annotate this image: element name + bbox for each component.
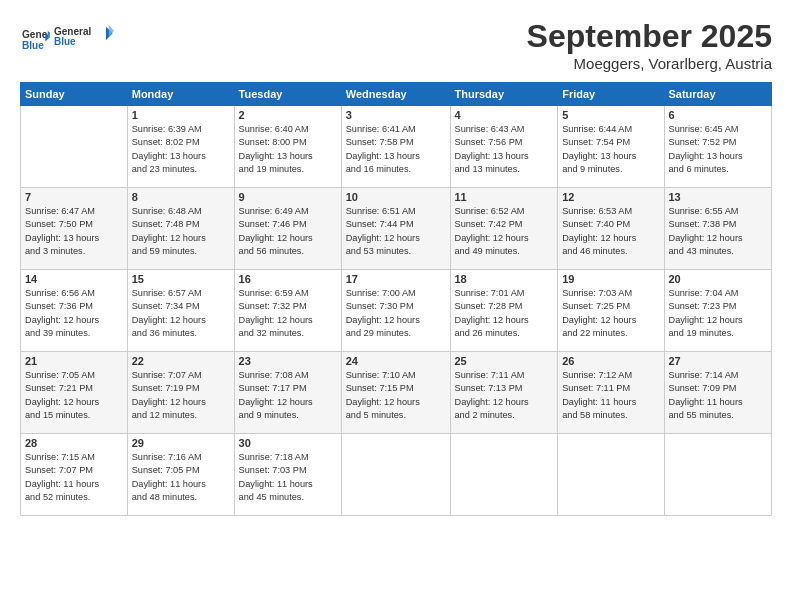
calendar-cell	[450, 434, 558, 516]
calendar-cell: 10Sunrise: 6:51 AMSunset: 7:44 PMDayligh…	[341, 188, 450, 270]
calendar-cell	[664, 434, 772, 516]
cell-info: Sunrise: 6:45 AMSunset: 7:52 PMDaylight:…	[669, 123, 768, 176]
week-row-1: 1Sunrise: 6:39 AMSunset: 8:02 PMDaylight…	[21, 106, 772, 188]
day-number: 26	[562, 355, 659, 367]
day-number: 18	[455, 273, 554, 285]
day-number: 11	[455, 191, 554, 203]
header-day-thursday: Thursday	[450, 83, 558, 106]
header-day-friday: Friday	[558, 83, 664, 106]
page: General Blue General Blue September 2025…	[0, 0, 792, 612]
calendar-cell: 19Sunrise: 7:03 AMSunset: 7:25 PMDayligh…	[558, 270, 664, 352]
cell-info: Sunrise: 7:03 AMSunset: 7:25 PMDaylight:…	[562, 287, 659, 340]
cell-info: Sunrise: 6:43 AMSunset: 7:56 PMDaylight:…	[455, 123, 554, 176]
calendar-cell: 2Sunrise: 6:40 AMSunset: 8:00 PMDaylight…	[234, 106, 341, 188]
calendar-cell: 25Sunrise: 7:11 AMSunset: 7:13 PMDayligh…	[450, 352, 558, 434]
calendar-cell: 26Sunrise: 7:12 AMSunset: 7:11 PMDayligh…	[558, 352, 664, 434]
calendar-cell: 13Sunrise: 6:55 AMSunset: 7:38 PMDayligh…	[664, 188, 772, 270]
calendar-cell: 30Sunrise: 7:18 AMSunset: 7:03 PMDayligh…	[234, 434, 341, 516]
cell-info: Sunrise: 6:49 AMSunset: 7:46 PMDaylight:…	[239, 205, 337, 258]
cell-info: Sunrise: 6:47 AMSunset: 7:50 PMDaylight:…	[25, 205, 123, 258]
calendar-cell: 14Sunrise: 6:56 AMSunset: 7:36 PMDayligh…	[21, 270, 128, 352]
title-block: September 2025 Moeggers, Vorarlberg, Aus…	[527, 18, 772, 72]
day-number: 16	[239, 273, 337, 285]
calendar-cell: 18Sunrise: 7:01 AMSunset: 7:28 PMDayligh…	[450, 270, 558, 352]
day-number: 27	[669, 355, 768, 367]
day-number: 15	[132, 273, 230, 285]
day-number: 25	[455, 355, 554, 367]
calendar-cell: 16Sunrise: 6:59 AMSunset: 7:32 PMDayligh…	[234, 270, 341, 352]
day-number: 6	[669, 109, 768, 121]
cell-info: Sunrise: 7:11 AMSunset: 7:13 PMDaylight:…	[455, 369, 554, 422]
calendar-cell: 5Sunrise: 6:44 AMSunset: 7:54 PMDaylight…	[558, 106, 664, 188]
day-number: 14	[25, 273, 123, 285]
cell-info: Sunrise: 6:48 AMSunset: 7:48 PMDaylight:…	[132, 205, 230, 258]
location-subtitle: Moeggers, Vorarlberg, Austria	[527, 55, 772, 72]
cell-info: Sunrise: 7:14 AMSunset: 7:09 PMDaylight:…	[669, 369, 768, 422]
calendar-table: SundayMondayTuesdayWednesdayThursdayFrid…	[20, 82, 772, 516]
calendar-cell: 4Sunrise: 6:43 AMSunset: 7:56 PMDaylight…	[450, 106, 558, 188]
calendar-cell: 12Sunrise: 6:53 AMSunset: 7:40 PMDayligh…	[558, 188, 664, 270]
cell-info: Sunrise: 7:15 AMSunset: 7:07 PMDaylight:…	[25, 451, 123, 504]
cell-info: Sunrise: 7:07 AMSunset: 7:19 PMDaylight:…	[132, 369, 230, 422]
calendar-cell: 20Sunrise: 7:04 AMSunset: 7:23 PMDayligh…	[664, 270, 772, 352]
calendar-cell: 6Sunrise: 6:45 AMSunset: 7:52 PMDaylight…	[664, 106, 772, 188]
header-day-wednesday: Wednesday	[341, 83, 450, 106]
week-row-3: 14Sunrise: 6:56 AMSunset: 7:36 PMDayligh…	[21, 270, 772, 352]
cell-info: Sunrise: 7:10 AMSunset: 7:15 PMDaylight:…	[346, 369, 446, 422]
logo: General Blue General Blue	[20, 18, 114, 58]
day-number: 4	[455, 109, 554, 121]
calendar-cell: 28Sunrise: 7:15 AMSunset: 7:07 PMDayligh…	[21, 434, 128, 516]
calendar-cell	[21, 106, 128, 188]
day-number: 28	[25, 437, 123, 449]
month-title: September 2025	[527, 18, 772, 55]
header-day-saturday: Saturday	[664, 83, 772, 106]
cell-info: Sunrise: 7:16 AMSunset: 7:05 PMDaylight:…	[132, 451, 230, 504]
day-number: 24	[346, 355, 446, 367]
cell-info: Sunrise: 6:51 AMSunset: 7:44 PMDaylight:…	[346, 205, 446, 258]
week-row-4: 21Sunrise: 7:05 AMSunset: 7:21 PMDayligh…	[21, 352, 772, 434]
cell-info: Sunrise: 6:52 AMSunset: 7:42 PMDaylight:…	[455, 205, 554, 258]
svg-text:General: General	[54, 26, 91, 37]
logo-svg: General Blue	[54, 18, 114, 54]
logo-icon: General Blue	[22, 26, 50, 54]
cell-info: Sunrise: 7:18 AMSunset: 7:03 PMDaylight:…	[239, 451, 337, 504]
day-number: 2	[239, 109, 337, 121]
calendar-cell: 11Sunrise: 6:52 AMSunset: 7:42 PMDayligh…	[450, 188, 558, 270]
cell-info: Sunrise: 6:44 AMSunset: 7:54 PMDaylight:…	[562, 123, 659, 176]
day-number: 9	[239, 191, 337, 203]
day-number: 21	[25, 355, 123, 367]
calendar-cell: 23Sunrise: 7:08 AMSunset: 7:17 PMDayligh…	[234, 352, 341, 434]
svg-marker-7	[109, 25, 114, 37]
calendar-cell: 9Sunrise: 6:49 AMSunset: 7:46 PMDaylight…	[234, 188, 341, 270]
calendar-cell: 24Sunrise: 7:10 AMSunset: 7:15 PMDayligh…	[341, 352, 450, 434]
header-day-sunday: Sunday	[21, 83, 128, 106]
header-day-tuesday: Tuesday	[234, 83, 341, 106]
cell-info: Sunrise: 6:56 AMSunset: 7:36 PMDaylight:…	[25, 287, 123, 340]
cell-info: Sunrise: 6:59 AMSunset: 7:32 PMDaylight:…	[239, 287, 337, 340]
week-row-5: 28Sunrise: 7:15 AMSunset: 7:07 PMDayligh…	[21, 434, 772, 516]
day-number: 17	[346, 273, 446, 285]
day-number: 3	[346, 109, 446, 121]
calendar-cell	[558, 434, 664, 516]
cell-info: Sunrise: 6:57 AMSunset: 7:34 PMDaylight:…	[132, 287, 230, 340]
svg-text:Blue: Blue	[22, 40, 44, 51]
cell-info: Sunrise: 6:41 AMSunset: 7:58 PMDaylight:…	[346, 123, 446, 176]
day-number: 12	[562, 191, 659, 203]
day-number: 10	[346, 191, 446, 203]
day-number: 29	[132, 437, 230, 449]
calendar-cell: 1Sunrise: 6:39 AMSunset: 8:02 PMDaylight…	[127, 106, 234, 188]
svg-text:Blue: Blue	[54, 36, 76, 47]
calendar-cell: 17Sunrise: 7:00 AMSunset: 7:30 PMDayligh…	[341, 270, 450, 352]
day-number: 5	[562, 109, 659, 121]
day-number: 30	[239, 437, 337, 449]
header-day-monday: Monday	[127, 83, 234, 106]
cell-info: Sunrise: 7:08 AMSunset: 7:17 PMDaylight:…	[239, 369, 337, 422]
day-number: 13	[669, 191, 768, 203]
day-number: 22	[132, 355, 230, 367]
day-number: 7	[25, 191, 123, 203]
day-number: 1	[132, 109, 230, 121]
cell-info: Sunrise: 6:55 AMSunset: 7:38 PMDaylight:…	[669, 205, 768, 258]
header-row: SundayMondayTuesdayWednesdayThursdayFrid…	[21, 83, 772, 106]
cell-info: Sunrise: 7:01 AMSunset: 7:28 PMDaylight:…	[455, 287, 554, 340]
cell-info: Sunrise: 6:39 AMSunset: 8:02 PMDaylight:…	[132, 123, 230, 176]
